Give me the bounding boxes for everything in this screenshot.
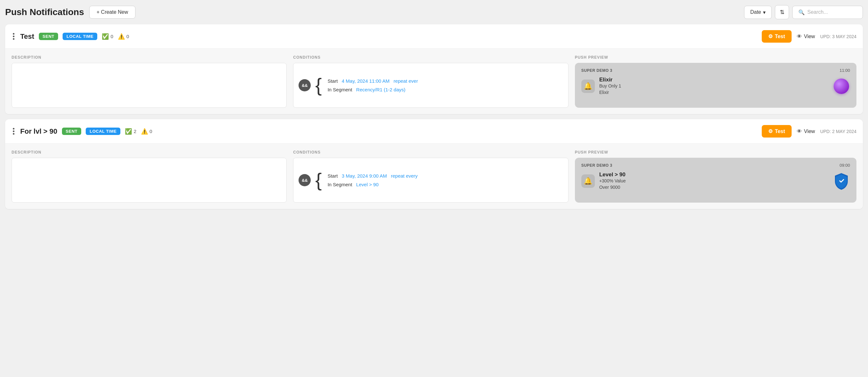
preview-text: Elixir Buy Only 1Elixir [599,77,828,96]
and-badge: && [299,79,311,91]
sort-icon: ⇅ [780,9,784,16]
warning-icon: ⚠️ [141,128,148,135]
test-button[interactable]: ⚙ Test [762,30,792,43]
preview-body: +300% ValueOver 9000 [599,178,828,191]
push-preview-label: PUSH PREVIEW [575,150,857,155]
check-count: ✅ 0 [102,33,113,40]
segment-label: In Segment [328,182,355,187]
updated-date: UPD: 2 MAY 2024 [820,129,857,134]
search-icon: 🔍 [798,9,805,15]
view-button[interactable]: 👁 View [797,34,815,39]
warning-icon: ⚠️ [118,33,125,40]
conditions-label: CONDITIONS [293,55,575,60]
and-badge: && [299,174,311,186]
test-button-label: Test [775,129,785,134]
conditions-box: && { Start 4 May, 2024 11:00 AM repeat e… [293,63,568,108]
description-label: DESCRIPTION [11,150,293,155]
conditions-label: CONDITIONS [293,150,575,155]
description-box [11,158,287,203]
card-menu-icon[interactable] [11,32,16,41]
view-button-label: View [804,129,815,134]
description-box [11,63,287,108]
preview-content: 🔔 Level > 90 +300% ValueOver 9000 [581,172,850,191]
condition-start-line: Start 3 May, 2024 9:00 AM repeat every [328,173,563,178]
updated-date: UPD: 3 MAY 2024 [820,34,857,39]
push-preview-box: SUPER DEMO 3 09:00 🔔 Level > 90 +300% Va… [575,158,857,203]
search-box[interactable]: 🔍 Search... [792,6,863,19]
check-count: ✅ 2 [125,128,136,135]
gear-icon: ⚙ [768,128,773,134]
date-label: Date [750,9,761,15]
warn-count: ⚠️ 0 [118,33,129,40]
description-label: DESCRIPTION [11,55,293,60]
preview-title: Elixir [599,77,828,83]
notification-card-1: Test SENT LOCAL TIME ✅ 0 ⚠️ 0 ⚙ Test 👁 V… [5,24,863,114]
start-label: Start [328,78,340,84]
preview-body: Buy Only 1Elixir [599,83,828,96]
conditions-box: && { Start 3 May, 2024 9:00 AM repeat ev… [293,158,568,203]
bell-icon: 🔔 [584,177,592,185]
local-time-badge: LOCAL TIME [86,128,120,135]
conditions-content: Start 3 May, 2024 9:00 AM repeat every I… [328,173,563,187]
test-button[interactable]: ⚙ Test [762,125,792,138]
sent-badge: SENT [62,128,82,135]
push-preview-box: SUPER DEMO 3 11:00 🔔 Elixir Buy Only 1El… [575,63,857,108]
segment-value: Level > 90 [356,182,379,187]
preview-title: Level > 90 [599,172,828,178]
start-label: Start [328,173,340,178]
preview-app-name: SUPER DEMO 3 [581,163,613,168]
notification-card-2: For lvl > 90 SENT LOCAL TIME ✅ 2 ⚠️ 0 ⚙ … [5,119,863,209]
preview-header: SUPER DEMO 3 09:00 [581,163,850,168]
bell-icon-wrap: 🔔 [581,79,595,93]
chevron-down-icon: ▾ [763,9,766,15]
condition-start-line: Start 4 May, 2024 11:00 AM repeat ever [328,78,563,84]
preview-header: SUPER DEMO 3 11:00 [581,68,850,73]
page-title: Push Notifications [5,7,84,17]
preview-text: Level > 90 +300% ValueOver 9000 [599,172,828,191]
local-time-badge: LOCAL TIME [63,33,97,40]
repeat-label: repeat every [391,173,417,178]
card-menu-icon[interactable] [11,127,16,136]
preview-app-name: SUPER DEMO 3 [581,68,613,73]
elixir-image [834,78,849,94]
segment-label: In Segment [328,87,355,92]
preview-content: 🔔 Elixir Buy Only 1Elixir [581,77,850,96]
card-name: For lvl > 90 [20,127,58,136]
push-preview-label: PUSH PREVIEW [575,55,857,60]
segment-value: Recency/R1 (1-2 days) [356,87,405,92]
bracket-symbol: { [315,70,322,101]
condition-segment-line: In Segment Level > 90 [328,182,563,187]
search-placeholder: Search... [807,9,828,15]
sort-button[interactable]: ⇅ [775,5,789,19]
preview-image [833,77,850,95]
warn-count: ⚠️ 0 [141,128,152,135]
test-button-label: Test [775,34,785,39]
gear-icon: ⚙ [768,33,773,39]
bracket-symbol: { [315,165,322,196]
eye-icon: 👁 [797,34,802,39]
condition-segment-line: In Segment Recency/R1 (1-2 days) [328,87,563,92]
bell-icon-wrap: 🔔 [581,174,595,188]
repeat-label: repeat ever [394,78,418,84]
date-filter-button[interactable]: Date ▾ [744,6,772,19]
sent-badge: SENT [39,33,58,40]
view-button[interactable]: 👁 View [797,129,815,134]
view-button-label: View [804,34,815,39]
start-value: 4 May, 2024 11:00 AM [342,78,390,84]
check-icon: ✅ [102,33,109,40]
check-icon: ✅ [125,128,132,135]
preview-image [833,172,850,190]
card-name: Test [20,32,34,41]
bell-icon: 🔔 [584,82,592,91]
start-value: 3 May, 2024 9:00 AM [342,173,387,178]
preview-time: 09:00 [839,163,850,168]
create-new-button[interactable]: + Create New [89,6,135,19]
eye-icon: 👁 [797,129,802,134]
conditions-content: Start 4 May, 2024 11:00 AM repeat ever I… [328,78,563,92]
preview-time: 11:00 [839,68,850,73]
